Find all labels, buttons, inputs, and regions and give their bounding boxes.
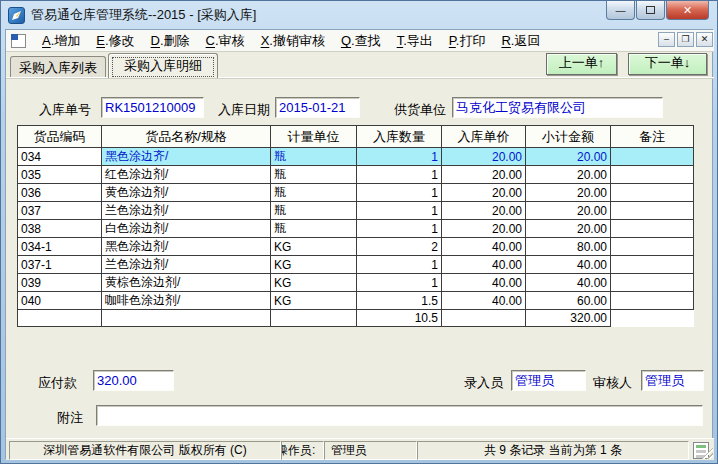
payable-field[interactable] — [93, 370, 174, 391]
column-header[interactable]: 备注 — [611, 126, 694, 148]
table-cell[interactable]: 20.00 — [526, 184, 611, 202]
table-cell[interactable]: 40.00 — [442, 292, 526, 310]
column-header[interactable]: 货品编码 — [18, 126, 102, 148]
menu-item[interactable]: X.撤销审核 — [253, 31, 333, 50]
entry-clerk-field[interactable] — [511, 370, 586, 391]
table-cell[interactable] — [611, 256, 694, 274]
table-cell[interactable] — [611, 292, 694, 310]
next-order-button[interactable]: 下一单↓ — [628, 53, 707, 75]
date-field[interactable] — [275, 97, 360, 118]
table-cell[interactable]: 038 — [18, 220, 102, 238]
table-cell[interactable]: 034-1 — [18, 238, 102, 256]
table-cell[interactable]: 035 — [18, 166, 102, 184]
table-cell[interactable]: 40.00 — [442, 256, 526, 274]
table-cell[interactable]: 040 — [18, 292, 102, 310]
table-cell[interactable]: 40.00 — [442, 274, 526, 292]
table-cell[interactable]: 黑色涂边齐/ — [102, 148, 271, 166]
menu-item[interactable]: A.增加 — [34, 31, 88, 50]
table-cell[interactable]: 40.00 — [526, 256, 611, 274]
table-cell[interactable]: 60.00 — [526, 292, 611, 310]
table-cell[interactable]: 80.00 — [526, 238, 611, 256]
table-cell[interactable]: 40.00 — [526, 274, 611, 292]
table-cell[interactable]: 20.00 — [442, 166, 526, 184]
menu-item[interactable]: C.审核 — [198, 31, 253, 50]
table-cell[interactable]: KG — [271, 292, 357, 310]
table-cell[interactable] — [611, 184, 694, 202]
minimize-button[interactable]: — — [606, 1, 635, 20]
table-cell[interactable]: 20.00 — [442, 148, 526, 166]
tab-detail[interactable]: 采购入库明细 — [108, 53, 218, 78]
table-cell[interactable]: 黄棕色涂边剂/ — [102, 274, 271, 292]
table-cell[interactable]: 1 — [357, 184, 442, 202]
supplier-field[interactable] — [452, 97, 663, 118]
table-cell[interactable]: 黄色涂边剂/ — [102, 184, 271, 202]
table-cell[interactable]: 039 — [18, 274, 102, 292]
table-cell[interactable]: 20.00 — [526, 202, 611, 220]
table-cell[interactable]: 036 — [18, 184, 102, 202]
note-field[interactable] — [96, 405, 703, 426]
table-cell[interactable]: 咖啡色涂边剂/ — [102, 292, 271, 310]
table-cell[interactable]: 兰色涂边剂/ — [102, 202, 271, 220]
table-cell[interactable]: 1 — [357, 202, 442, 220]
table-cell[interactable]: 20.00 — [526, 220, 611, 238]
table-cell[interactable] — [611, 238, 694, 256]
table-cell[interactable]: 034 — [18, 148, 102, 166]
menu-bar: A.增加E.修改D.删除C.审核X.撤销审核Q.查找T.导出P.打印R.返回 — [6, 30, 714, 52]
table-cell[interactable]: 1 — [357, 256, 442, 274]
table-row: 034黑色涂边齐/瓶120.0020.00 — [18, 148, 694, 166]
column-header[interactable]: 货品名称/规格 — [102, 126, 271, 148]
table-cell[interactable] — [611, 166, 694, 184]
menu-item[interactable]: Q.查找 — [333, 31, 389, 50]
table-cell[interactable]: 黑色涂边剂/ — [102, 238, 271, 256]
mdi-restore-button[interactable]: ❐ — [677, 32, 694, 47]
close-button[interactable]: ✕ — [666, 1, 709, 20]
menu-item[interactable]: T.导出 — [389, 31, 441, 50]
previous-order-button[interactable]: 上一单↑ — [546, 53, 617, 75]
table-cell[interactable]: 037 — [18, 202, 102, 220]
table-cell[interactable]: 瓶 — [271, 220, 357, 238]
table-cell[interactable] — [611, 220, 694, 238]
table-cell[interactable]: 2 — [357, 238, 442, 256]
reviewer-field[interactable] — [641, 370, 704, 391]
table-cell[interactable]: KG — [271, 256, 357, 274]
table-cell[interactable]: 瓶 — [271, 148, 357, 166]
table-cell[interactable]: KG — [271, 274, 357, 292]
tab-list[interactable]: 采购入库列表 — [10, 56, 106, 77]
menu-item[interactable]: P.打印 — [441, 31, 494, 50]
column-header[interactable]: 计量单位 — [271, 126, 357, 148]
table-cell[interactable]: 20.00 — [442, 202, 526, 220]
column-header[interactable]: 入库数量 — [357, 126, 442, 148]
table-cell[interactable]: 20.00 — [442, 220, 526, 238]
table-cell[interactable]: 20.00 — [526, 148, 611, 166]
table-cell[interactable]: 红色涂边剂/ — [102, 166, 271, 184]
table-cell[interactable]: 1.5 — [357, 292, 442, 310]
table-cell[interactable]: 20.00 — [442, 184, 526, 202]
table-cell[interactable]: 1 — [357, 274, 442, 292]
column-header[interactable]: 入库单价 — [442, 126, 526, 148]
order-no-field[interactable] — [101, 97, 204, 118]
table-cell[interactable]: 20.00 — [526, 166, 611, 184]
menu-item[interactable]: D.删除 — [143, 31, 198, 50]
maximize-button[interactable] — [636, 1, 665, 20]
table-cell[interactable] — [611, 202, 694, 220]
table-cell[interactable]: 瓶 — [271, 202, 357, 220]
mdi-minimize-button[interactable]: – — [658, 32, 675, 47]
table-cell[interactable]: 1 — [357, 220, 442, 238]
menu-item[interactable]: E.修改 — [88, 31, 142, 50]
table-cell[interactable]: KG — [271, 238, 357, 256]
table-cell[interactable]: 瓶 — [271, 184, 357, 202]
table-cell[interactable]: 兰色涂边剂/ — [102, 256, 271, 274]
column-header[interactable]: 小计金额 — [526, 126, 611, 148]
mdi-close-button[interactable]: ✕ — [696, 32, 713, 47]
resize-grip-icon[interactable] — [701, 447, 713, 459]
title-bar[interactable]: 管易通仓库管理系统--2015 - [采购入库] — ✕ — [1, 1, 717, 29]
table-cell[interactable]: 1 — [357, 166, 442, 184]
table-cell[interactable]: 瓶 — [271, 166, 357, 184]
table-cell[interactable]: 1 — [357, 148, 442, 166]
table-cell[interactable] — [611, 274, 694, 292]
table-cell[interactable]: 40.00 — [442, 238, 526, 256]
menu-item[interactable]: R.返回 — [493, 31, 548, 50]
table-cell[interactable]: 白色涂边剂/ — [102, 220, 271, 238]
table-cell[interactable] — [611, 148, 694, 166]
table-cell[interactable]: 037-1 — [18, 256, 102, 274]
